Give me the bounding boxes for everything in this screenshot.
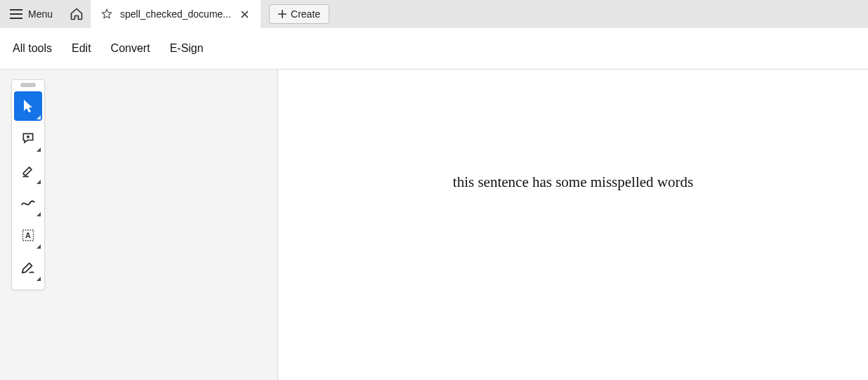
submenu-indicator-icon xyxy=(37,244,41,249)
home-button[interactable] xyxy=(63,0,91,28)
hamburger-icon xyxy=(10,9,22,19)
text-select-icon: A xyxy=(21,228,35,242)
comment-icon xyxy=(21,131,35,145)
menu-edit[interactable]: Edit xyxy=(72,42,91,55)
title-bar: Menu spell_checked_docume... Create xyxy=(0,0,868,28)
document-body-text: this sentence has some misspelled words xyxy=(453,173,693,191)
create-button[interactable]: Create xyxy=(269,4,329,24)
menu-all-tools[interactable]: All tools xyxy=(13,42,52,55)
home-icon xyxy=(70,7,84,21)
freehand-icon xyxy=(20,197,36,209)
plus-icon xyxy=(278,10,287,18)
submenu-indicator-icon xyxy=(37,180,41,184)
menu-esign[interactable]: E-Sign xyxy=(170,42,204,55)
comment-tool[interactable] xyxy=(14,124,42,153)
submenu-indicator-icon xyxy=(37,277,41,281)
submenu-indicator-icon xyxy=(37,212,41,216)
sign-tool[interactable] xyxy=(14,253,42,282)
star-icon[interactable] xyxy=(100,8,113,20)
select-tool[interactable] xyxy=(14,91,42,121)
submenu-indicator-icon xyxy=(37,115,41,119)
palette-drag-handle[interactable] xyxy=(20,83,36,87)
workspace: A this sentence has some misspelled word… xyxy=(0,70,868,380)
highlight-tool[interactable] xyxy=(14,156,42,185)
cursor-icon xyxy=(22,98,34,114)
menu-button[interactable]: Menu xyxy=(0,0,63,28)
document-tab[interactable]: spell_checked_docume... xyxy=(91,0,261,28)
close-icon xyxy=(241,11,249,18)
menu-label: Menu xyxy=(28,8,53,20)
create-label: Create xyxy=(291,8,320,20)
menu-convert[interactable]: Convert xyxy=(111,42,150,55)
tab-title: spell_checked_docume... xyxy=(120,8,231,20)
svg-text:A: A xyxy=(25,231,31,240)
tab-close-button[interactable] xyxy=(238,8,251,20)
signature-icon xyxy=(20,261,36,275)
submenu-indicator-icon xyxy=(37,148,41,152)
draw-tool[interactable] xyxy=(14,188,42,218)
text-select-tool[interactable]: A xyxy=(14,221,42,250)
tool-palette[interactable]: A xyxy=(11,79,45,290)
highlighter-icon xyxy=(21,164,35,178)
left-panel: A xyxy=(0,70,278,380)
document-view[interactable]: this sentence has some misspelled words xyxy=(278,70,868,380)
secondary-menubar: All tools Edit Convert E-Sign xyxy=(0,28,868,70)
